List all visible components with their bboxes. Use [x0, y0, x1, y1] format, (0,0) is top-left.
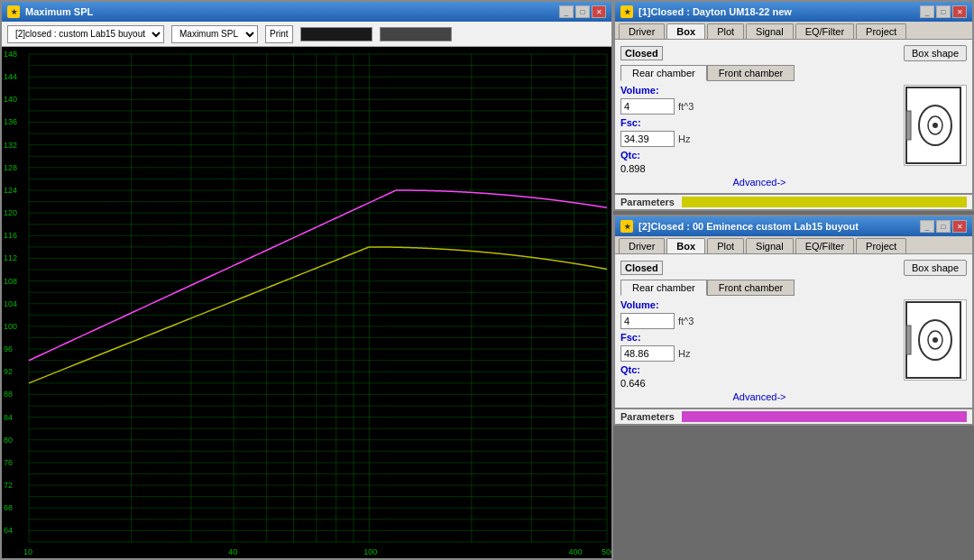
box2-params: Volume: ft^3 Fsc: Hz Qtc: 0.646 Advanced…	[620, 299, 898, 402]
box1-volume-unit: ft^3	[678, 101, 694, 112]
box2-parameters-label: Parameters	[620, 411, 675, 422]
box2-tab-signal[interactable]: Signal	[746, 238, 794, 253]
box1-volume-input[interactable]	[620, 98, 675, 115]
graph-window-icon: ★	[7, 5, 20, 18]
box1-close-btn[interactable]: ✕	[952, 5, 967, 18]
box2-fsc-unit: Hz	[678, 348, 690, 359]
color-swatch-2	[380, 27, 452, 41]
graph-close-btn[interactable]: ✕	[592, 5, 606, 18]
box2-tab-box[interactable]: Box	[666, 238, 705, 253]
box1-tab-plot[interactable]: Plot	[707, 23, 744, 39]
box1-tab-box[interactable]: Box	[666, 23, 705, 39]
right-panel: ★ [1]Closed : Dayton UM18-22 new _ □ ✕ D…	[613, 0, 974, 560]
box1-tab-eqfilter[interactable]: EQ/Filter	[795, 23, 854, 39]
box1-title: [1]Closed : Dayton UM18-22 new	[639, 6, 792, 17]
box1-body: Volume: ft^3 Fsc: Hz Qtc: 0.898 Advanced…	[620, 85, 967, 188]
graph-type-dropdown[interactable]: Maximum SPL	[171, 25, 258, 43]
box1-front-chamber-tab[interactable]: Front chamber	[707, 65, 795, 81]
box2-speaker-preview	[904, 299, 967, 381]
box2-parameters-bar: Parameters	[615, 408, 972, 424]
box2-controls: _ □ ✕	[920, 220, 967, 233]
box2-maximize-btn[interactable]: □	[936, 220, 951, 233]
box-window-1: ★ [1]Closed : Dayton UM18-22 new _ □ ✕ D…	[613, 0, 974, 211]
box1-tab-driver[interactable]: Driver	[619, 23, 665, 39]
box2-params-color-bar	[682, 411, 967, 422]
box2-qtc-value: 0.646	[620, 378, 646, 389]
box2-tab-eqfilter[interactable]: EQ/Filter	[795, 238, 854, 253]
preset-dropdown[interactable]: [2]closed : custom Lab15 buyout	[7, 25, 164, 43]
box2-fsc-label: Fsc:	[620, 332, 898, 343]
box2-icon: ★	[620, 220, 633, 233]
box2-fsc-row: Hz	[620, 345, 898, 362]
box2-rear-chamber-tab[interactable]: Rear chamber	[620, 280, 707, 296]
box2-title: [2]Closed : 00 Eminence custom Lab15 buy…	[639, 221, 859, 232]
box2-front-chamber-tab[interactable]: Front chamber	[707, 280, 795, 296]
box1-fsc-label: Fsc:	[620, 117, 898, 128]
box1-volume-label: Volume:	[620, 85, 898, 96]
box1-shape-btn[interactable]: Box shape	[904, 45, 967, 61]
box2-volume-row: ft^3	[620, 313, 898, 329]
box1-chamber-tabs: Rear chamber Front chamber	[620, 65, 967, 81]
svg-point-3	[933, 123, 938, 128]
box2-tab-plot[interactable]: Plot	[707, 238, 744, 253]
box1-tab-project[interactable]: Project	[856, 23, 906, 39]
box1-speaker-svg	[905, 86, 966, 165]
box2-tab-driver[interactable]: Driver	[619, 238, 665, 253]
box1-qtc-row: 0.898	[620, 163, 898, 174]
box1-title-bar: ★ [1]Closed : Dayton UM18-22 new _ □ ✕	[615, 2, 972, 22]
svg-point-8	[933, 337, 938, 343]
right-spacer	[613, 426, 974, 560]
box1-volume-row: ft^3	[620, 98, 898, 115]
box2-closed-label: Closed	[620, 261, 663, 275]
box1-rear-chamber-tab[interactable]: Rear chamber	[620, 65, 707, 81]
box1-tabs-bar: Driver Box Plot Signal EQ/Filter Project	[615, 22, 972, 40]
box1-params: Volume: ft^3 Fsc: Hz Qtc: 0.898 Advanced…	[620, 85, 898, 188]
box1-fsc-unit: Hz	[678, 133, 690, 144]
svg-rect-9	[906, 326, 911, 354]
print-button[interactable]: Print	[265, 25, 293, 43]
box1-parameters-label: Parameters	[620, 197, 675, 207]
box1-parameters-bar: Parameters	[615, 193, 972, 209]
graph-title-bar: ★ Maximum SPL _ □ ✕	[2, 2, 611, 22]
graph-minimize-btn[interactable]: _	[559, 5, 574, 18]
box2-title-bar: ★ [2]Closed : 00 Eminence custom Lab15 b…	[615, 216, 972, 236]
box2-body: Volume: ft^3 Fsc: Hz Qtc: 0.646 Advanced…	[620, 299, 967, 402]
graph-toolbar: [2]closed : custom Lab15 buyout Maximum …	[2, 22, 611, 47]
box2-close-btn[interactable]: ✕	[952, 220, 967, 233]
graph-canvas	[2, 47, 611, 558]
box1-closed-label: Closed	[620, 46, 663, 60]
box2-chamber-tabs: Rear chamber Front chamber	[620, 280, 967, 296]
box2-advanced-btn[interactable]: Advanced->	[620, 391, 898, 402]
color-swatch-1	[300, 27, 372, 41]
box1-tab-signal[interactable]: Signal	[746, 23, 794, 39]
box1-speaker-preview	[904, 85, 967, 166]
box2-volume-label: Volume:	[620, 299, 898, 310]
box1-maximize-btn[interactable]: □	[936, 5, 951, 18]
box2-shape-btn[interactable]: Box shape	[904, 260, 967, 276]
box1-qtc-value: 0.898	[620, 163, 646, 174]
box2-fsc-input[interactable]	[620, 345, 675, 362]
graph-area	[2, 47, 611, 558]
box1-fsc-row: Hz	[620, 131, 898, 147]
graph-maximize-btn[interactable]: □	[575, 5, 590, 18]
box2-tabs-bar: Driver Box Plot Signal EQ/Filter Project	[615, 236, 972, 254]
box2-content: Closed Box shape Rear chamber Front cham…	[615, 254, 972, 408]
box1-params-color-bar	[682, 197, 967, 207]
box1-fsc-input[interactable]	[620, 131, 675, 147]
box1-advanced-btn[interactable]: Advanced->	[620, 177, 898, 188]
box2-volume-input[interactable]	[620, 313, 675, 329]
box1-icon: ★	[620, 5, 633, 18]
box-window-2: ★ [2]Closed : 00 Eminence custom Lab15 b…	[613, 215, 974, 426]
box1-closed-header: Closed Box shape	[620, 45, 967, 61]
graph-window-title: Maximum SPL	[25, 6, 93, 17]
box1-qtc-label: Qtc:	[620, 150, 898, 161]
box2-qtc-row: 0.646	[620, 378, 898, 389]
graph-window: ★ Maximum SPL _ □ ✕ [2]closed : custom L…	[0, 0, 613, 560]
box2-qtc-label: Qtc:	[620, 364, 898, 375]
box2-minimize-btn[interactable]: _	[920, 220, 934, 233]
box1-content: Closed Box shape Rear chamber Front cham…	[615, 40, 972, 193]
box1-minimize-btn[interactable]: _	[920, 5, 934, 18]
box2-tab-project[interactable]: Project	[856, 238, 906, 253]
svg-rect-4	[906, 111, 911, 140]
box2-closed-header: Closed Box shape	[620, 260, 967, 276]
